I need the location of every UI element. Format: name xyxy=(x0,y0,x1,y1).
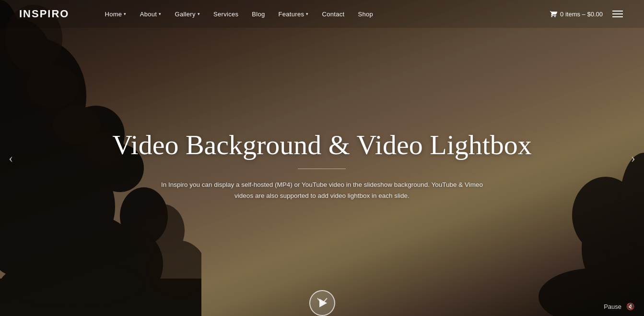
hero-title: Video Background & Video Lightbox xyxy=(112,130,532,160)
site-logo[interactable]: INSPIRO xyxy=(19,8,69,20)
nav-blog-label: Blog xyxy=(252,11,265,18)
next-slide-button[interactable]: › xyxy=(626,146,640,170)
hero-content: Video Background & Video Lightbox In Ins… xyxy=(93,47,551,275)
nav-contact-label: Contact xyxy=(322,11,345,18)
nav-features-label: Features xyxy=(279,11,304,18)
svg-point-2 xyxy=(0,82,50,207)
nav-item-services[interactable]: Services xyxy=(207,0,245,28)
svg-point-0 xyxy=(10,274,86,316)
nav-gallery-chevron: ▾ xyxy=(198,12,200,16)
cart-button[interactable]: 0 items – $0.00 xyxy=(550,10,603,18)
hero-divider xyxy=(298,169,346,169)
svg-point-25 xyxy=(606,196,644,282)
prev-slide-button[interactable]: ‹ xyxy=(4,146,18,170)
hero-description: In Inspiro you can display a self-hosted… xyxy=(154,180,490,202)
nav-features-chevron: ▾ xyxy=(306,12,308,16)
svg-point-23 xyxy=(582,201,644,297)
cart-label: 0 items – $0.00 xyxy=(560,11,603,18)
svg-point-24 xyxy=(572,177,639,254)
nav-gallery-label: Gallery xyxy=(175,11,195,18)
nav-links: Home ▾ About ▾ Gallery ▾ Services Blog F… xyxy=(98,0,550,28)
hamburger-line-2 xyxy=(612,13,623,14)
nav-home-chevron: ▾ xyxy=(124,12,126,16)
nav-home-label: Home xyxy=(105,11,122,18)
pause-button[interactable]: Pause xyxy=(604,303,621,310)
nav-item-gallery[interactable]: Gallery ▾ xyxy=(168,0,207,28)
nav-item-contact[interactable]: Contact xyxy=(316,0,351,28)
nav-item-shop[interactable]: Shop xyxy=(351,0,380,28)
nav-item-home[interactable]: Home ▾ xyxy=(98,0,133,28)
nav-item-features[interactable]: Features ▾ xyxy=(272,0,316,28)
svg-point-18 xyxy=(26,65,79,108)
navbar: INSPIRO Home ▾ About ▾ Gallery ▾ Service… xyxy=(0,0,644,28)
nav-services-label: Services xyxy=(213,11,238,18)
mute-button[interactable]: 🔇 xyxy=(626,303,634,310)
nav-about-chevron: ▾ xyxy=(159,12,161,16)
bottom-controls: Pause 🔇 xyxy=(604,303,634,310)
nav-item-blog[interactable]: Blog xyxy=(245,0,271,28)
svg-rect-14 xyxy=(0,279,201,316)
hamburger-line-1 xyxy=(612,11,623,12)
nav-right: 0 items – $0.00 xyxy=(550,9,625,19)
svg-rect-27 xyxy=(596,287,644,316)
chevron-down-icon xyxy=(317,298,328,304)
nav-item-about[interactable]: About ▾ xyxy=(133,0,168,28)
cart-icon xyxy=(550,10,557,18)
svg-point-3 xyxy=(0,38,86,154)
svg-point-5 xyxy=(24,120,101,216)
svg-point-4 xyxy=(0,19,53,106)
nav-about-label: About xyxy=(140,11,157,18)
scroll-down-button[interactable] xyxy=(317,295,328,307)
nav-shop-label: Shop xyxy=(358,11,373,18)
hero-section: INSPIRO Home ▾ About ▾ Gallery ▾ Service… xyxy=(0,0,644,316)
hamburger-menu[interactable] xyxy=(610,9,625,19)
hamburger-line-3 xyxy=(612,16,623,17)
svg-point-8 xyxy=(0,202,62,279)
